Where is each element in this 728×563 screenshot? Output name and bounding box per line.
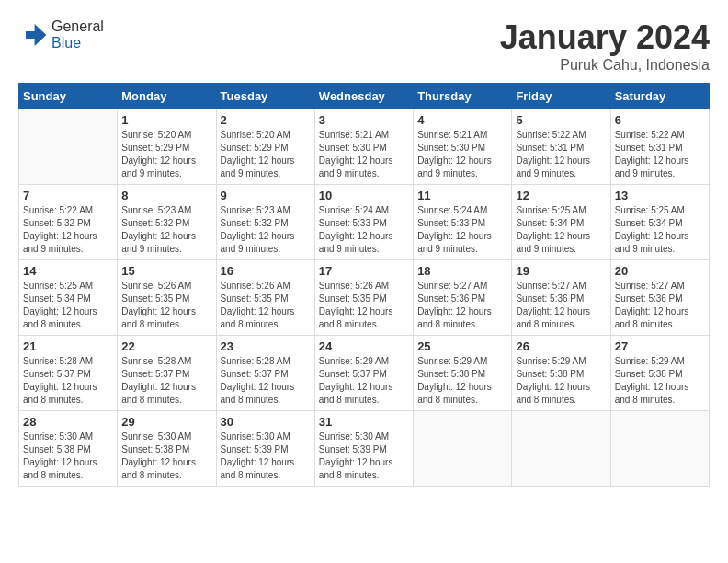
day-info: Sunrise: 5:29 AMSunset: 5:38 PMDaylight:…	[417, 355, 507, 407]
day-info: Sunrise: 5:23 AMSunset: 5:32 PMDaylight:…	[221, 204, 311, 256]
day-number: 20	[615, 264, 705, 278]
day-info: Sunrise: 5:29 AMSunset: 5:37 PMDaylight:…	[319, 355, 409, 407]
calendar-day-cell: 30Sunrise: 5:30 AMSunset: 5:39 PMDayligh…	[216, 411, 314, 487]
calendar-week-row: 1Sunrise: 5:20 AMSunset: 5:29 PMDaylight…	[19, 109, 710, 185]
day-number: 10	[319, 189, 409, 202]
day-number: 12	[516, 189, 606, 202]
calendar-day-cell: 15Sunrise: 5:26 AMSunset: 5:35 PMDayligh…	[118, 260, 216, 336]
day-info: Sunrise: 5:27 AMSunset: 5:36 PMDaylight:…	[417, 280, 507, 331]
weekday-header: Tuesday	[216, 84, 314, 109]
calendar-day-cell	[610, 411, 709, 487]
day-number: 28	[23, 415, 113, 429]
calendar-day-cell: 23Sunrise: 5:28 AMSunset: 5:37 PMDayligh…	[216, 336, 314, 411]
weekday-header: Wednesday	[314, 84, 413, 109]
day-number: 21	[23, 339, 113, 353]
calendar-day-cell: 31Sunrise: 5:30 AMSunset: 5:39 PMDayligh…	[314, 411, 413, 487]
day-number: 4	[417, 113, 507, 127]
day-number: 13	[615, 189, 705, 202]
day-info: Sunrise: 5:24 AMSunset: 5:33 PMDaylight:…	[417, 204, 507, 256]
calendar-day-cell: 16Sunrise: 5:26 AMSunset: 5:35 PMDayligh…	[216, 260, 314, 336]
calendar-table: SundayMondayTuesdayWednesdayThursdayFrid…	[18, 83, 710, 487]
calendar-day-cell: 9Sunrise: 5:23 AMSunset: 5:32 PMDaylight…	[216, 185, 314, 260]
calendar-day-cell: 13Sunrise: 5:25 AMSunset: 5:34 PMDayligh…	[610, 185, 709, 260]
calendar-day-cell: 29Sunrise: 5:30 AMSunset: 5:38 PMDayligh…	[118, 411, 216, 487]
calendar-day-cell: 27Sunrise: 5:29 AMSunset: 5:38 PMDayligh…	[610, 336, 709, 411]
calendar-day-cell: 12Sunrise: 5:25 AMSunset: 5:34 PMDayligh…	[512, 185, 610, 260]
day-info: Sunrise: 5:25 AMSunset: 5:34 PMDaylight:…	[23, 280, 113, 331]
location-title: Puruk Cahu, Indonesia	[500, 57, 710, 74]
calendar-day-cell: 1Sunrise: 5:20 AMSunset: 5:29 PMDaylight…	[118, 109, 216, 185]
day-number: 11	[417, 189, 507, 202]
calendar-day-cell: 7Sunrise: 5:22 AMSunset: 5:32 PMDaylight…	[19, 185, 118, 260]
calendar-day-cell: 3Sunrise: 5:21 AMSunset: 5:30 PMDaylight…	[314, 109, 413, 185]
day-number: 7	[23, 189, 113, 202]
calendar-day-cell: 8Sunrise: 5:23 AMSunset: 5:32 PMDaylight…	[118, 185, 216, 260]
day-number: 23	[221, 339, 311, 353]
calendar-day-cell	[19, 109, 118, 185]
day-info: Sunrise: 5:21 AMSunset: 5:30 PMDaylight:…	[417, 129, 507, 180]
day-number: 2	[221, 113, 311, 127]
weekday-header: Friday	[512, 84, 610, 109]
day-info: Sunrise: 5:28 AMSunset: 5:37 PMDaylight:…	[221, 355, 311, 407]
calendar-week-row: 28Sunrise: 5:30 AMSunset: 5:38 PMDayligh…	[19, 411, 710, 487]
day-number: 25	[417, 339, 507, 353]
calendar-day-cell: 18Sunrise: 5:27 AMSunset: 5:36 PMDayligh…	[414, 260, 512, 336]
weekday-header-row: SundayMondayTuesdayWednesdayThursdayFrid…	[19, 84, 710, 109]
day-number: 15	[121, 264, 211, 278]
calendar-day-cell: 2Sunrise: 5:20 AMSunset: 5:29 PMDaylight…	[216, 109, 314, 185]
calendar-week-row: 7Sunrise: 5:22 AMSunset: 5:32 PMDaylight…	[19, 185, 710, 260]
calendar-day-cell: 28Sunrise: 5:30 AMSunset: 5:38 PMDayligh…	[19, 411, 118, 487]
calendar-day-cell: 22Sunrise: 5:28 AMSunset: 5:37 PMDayligh…	[118, 336, 216, 411]
day-number: 24	[319, 339, 409, 353]
calendar-day-cell: 5Sunrise: 5:22 AMSunset: 5:31 PMDaylight…	[512, 109, 610, 185]
day-number: 30	[221, 415, 311, 429]
logo-general: General	[51, 18, 104, 34]
day-info: Sunrise: 5:30 AMSunset: 5:38 PMDaylight:…	[23, 431, 113, 482]
day-info: Sunrise: 5:20 AMSunset: 5:29 PMDaylight:…	[121, 129, 211, 180]
day-number: 27	[615, 339, 705, 353]
day-number: 16	[221, 264, 311, 278]
calendar-day-cell: 6Sunrise: 5:22 AMSunset: 5:31 PMDaylight…	[610, 109, 709, 185]
calendar-day-cell: 25Sunrise: 5:29 AMSunset: 5:38 PMDayligh…	[414, 336, 512, 411]
day-info: Sunrise: 5:25 AMSunset: 5:34 PMDaylight:…	[516, 204, 606, 256]
weekday-header: Monday	[118, 84, 216, 109]
calendar-day-cell: 10Sunrise: 5:24 AMSunset: 5:33 PMDayligh…	[314, 185, 413, 260]
calendar-day-cell: 26Sunrise: 5:29 AMSunset: 5:38 PMDayligh…	[512, 336, 610, 411]
day-info: Sunrise: 5:29 AMSunset: 5:38 PMDaylight:…	[516, 355, 606, 407]
day-number: 19	[516, 264, 606, 278]
day-info: Sunrise: 5:25 AMSunset: 5:34 PMDaylight:…	[615, 204, 705, 256]
calendar-day-cell: 24Sunrise: 5:29 AMSunset: 5:37 PMDayligh…	[314, 336, 413, 411]
day-info: Sunrise: 5:23 AMSunset: 5:32 PMDaylight:…	[121, 204, 211, 256]
day-number: 31	[319, 415, 409, 429]
day-info: Sunrise: 5:30 AMSunset: 5:39 PMDaylight:…	[319, 431, 409, 482]
day-number: 14	[23, 264, 113, 278]
day-number: 9	[221, 189, 311, 202]
day-info: Sunrise: 5:22 AMSunset: 5:31 PMDaylight:…	[516, 129, 606, 180]
day-info: Sunrise: 5:28 AMSunset: 5:37 PMDaylight:…	[121, 355, 211, 407]
day-info: Sunrise: 5:22 AMSunset: 5:31 PMDaylight:…	[615, 129, 705, 180]
day-info: Sunrise: 5:29 AMSunset: 5:38 PMDaylight:…	[615, 355, 705, 407]
weekday-header: Thursday	[414, 84, 512, 109]
day-info: Sunrise: 5:26 AMSunset: 5:35 PMDaylight:…	[121, 280, 211, 331]
day-info: Sunrise: 5:28 AMSunset: 5:37 PMDaylight:…	[23, 355, 113, 407]
day-info: Sunrise: 5:30 AMSunset: 5:39 PMDaylight:…	[221, 431, 311, 482]
day-info: Sunrise: 5:21 AMSunset: 5:30 PMDaylight:…	[319, 129, 409, 180]
day-number: 5	[516, 113, 606, 127]
day-info: Sunrise: 5:20 AMSunset: 5:29 PMDaylight:…	[221, 129, 311, 180]
day-info: Sunrise: 5:26 AMSunset: 5:35 PMDaylight:…	[319, 280, 409, 331]
day-number: 8	[121, 189, 211, 202]
day-info: Sunrise: 5:27 AMSunset: 5:36 PMDaylight:…	[516, 280, 606, 331]
calendar-day-cell: 20Sunrise: 5:27 AMSunset: 5:36 PMDayligh…	[610, 260, 709, 336]
calendar-day-cell	[414, 411, 512, 487]
calendar-week-row: 21Sunrise: 5:28 AMSunset: 5:37 PMDayligh…	[19, 336, 710, 411]
day-info: Sunrise: 5:24 AMSunset: 5:33 PMDaylight:…	[319, 204, 409, 256]
day-info: Sunrise: 5:27 AMSunset: 5:36 PMDaylight:…	[615, 280, 705, 331]
day-number: 18	[417, 264, 507, 278]
calendar-day-cell: 19Sunrise: 5:27 AMSunset: 5:36 PMDayligh…	[512, 260, 610, 336]
logo-icon	[18, 20, 48, 50]
day-number: 1	[121, 113, 211, 127]
calendar-day-cell	[512, 411, 610, 487]
calendar-week-row: 14Sunrise: 5:25 AMSunset: 5:34 PMDayligh…	[19, 260, 710, 336]
calendar-day-cell: 4Sunrise: 5:21 AMSunset: 5:30 PMDaylight…	[414, 109, 512, 185]
day-info: Sunrise: 5:26 AMSunset: 5:35 PMDaylight:…	[221, 280, 311, 331]
